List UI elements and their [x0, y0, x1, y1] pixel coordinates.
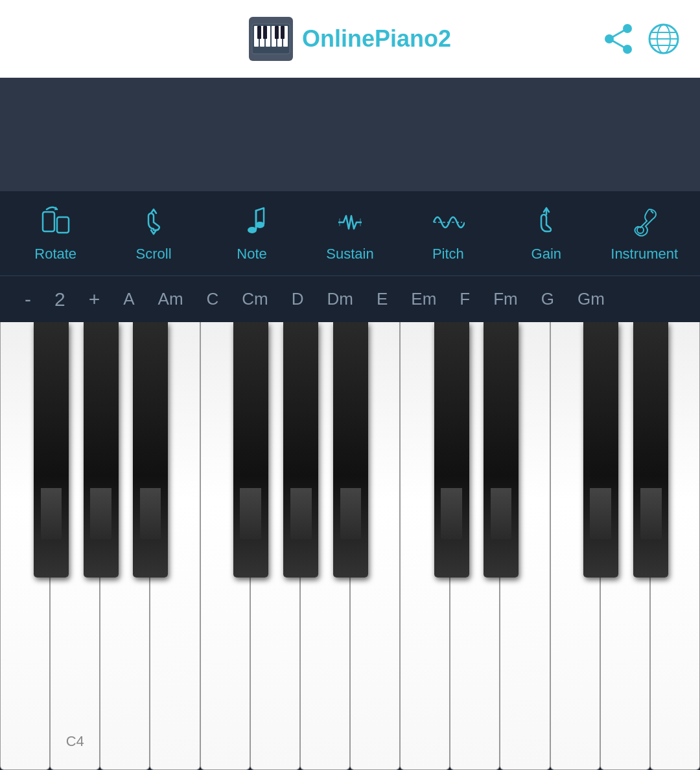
chord-E[interactable]: E [365, 284, 399, 314]
gain-label: Gain [531, 246, 561, 262]
instrument-label: Instrument [611, 246, 678, 262]
chord-Dm[interactable]: Dm [316, 284, 365, 314]
svg-point-23 [248, 227, 257, 233]
black-keys [0, 322, 700, 578]
svg-line-15 [609, 39, 627, 49]
instrument-icon [626, 204, 662, 240]
instrument-tool[interactable]: Instrument [605, 204, 683, 262]
app-logo [249, 17, 293, 61]
svg-rect-22 [57, 217, 69, 233]
note-label: Note [237, 246, 266, 262]
svg-rect-9 [275, 26, 279, 39]
black-key-Gs4[interactable] [283, 322, 318, 578]
svg-point-24 [255, 222, 264, 228]
header-center: OnlinePiano2 [249, 17, 451, 61]
black-key-Fs4[interactable] [233, 322, 268, 578]
gain-tool[interactable]: Gain [508, 204, 585, 262]
header-right [601, 22, 681, 56]
chord-C[interactable]: C [195, 284, 231, 314]
rotate-tool[interactable]: Rotate [17, 204, 95, 262]
rotate-icon [38, 204, 74, 240]
svg-line-14 [609, 29, 627, 39]
black-key-As4[interactable] [333, 322, 368, 578]
chord-G[interactable]: G [530, 284, 566, 314]
pitch-icon [430, 204, 466, 240]
pitch-tool[interactable]: Pitch [409, 204, 487, 262]
chord-bar: - 2 + A Am C Cm D Dm E Em F Fm G Gm [0, 275, 700, 322]
chord-Am[interactable]: Am [146, 284, 195, 314]
sustain-icon [332, 204, 368, 240]
chord-F[interactable]: F [448, 284, 482, 314]
c4-label: C4 [66, 733, 84, 750]
toolbar: Rotate Scroll Note [0, 191, 700, 275]
scroll-tool[interactable]: Scroll [115, 204, 192, 262]
black-key-Ds4[interactable] [133, 322, 168, 578]
piano-area: C4 [0, 322, 700, 770]
note-icon [234, 204, 270, 240]
scroll-label: Scroll [136, 246, 172, 262]
svg-rect-10 [281, 26, 285, 39]
chord-Gm[interactable]: Gm [566, 284, 616, 314]
black-key-Gs5[interactable] [633, 322, 668, 578]
rotate-label: Rotate [34, 246, 76, 262]
sustain-tool[interactable]: Sustain [311, 204, 389, 262]
chord-Fm[interactable]: Fm [482, 284, 530, 314]
black-key-Cs5[interactable] [434, 322, 469, 578]
black-key-Ds5[interactable] [484, 322, 519, 578]
sustain-label: Sustain [326, 246, 373, 262]
header: OnlinePiano2 [0, 0, 700, 78]
octave-up-button[interactable]: + [77, 283, 112, 316]
ad-banner [0, 78, 700, 191]
octave-number: 2 [43, 283, 77, 316]
svg-rect-21 [43, 212, 54, 231]
chord-Cm[interactable]: Cm [230, 284, 279, 314]
chord-Em[interactable]: Em [399, 284, 448, 314]
chord-D[interactable]: D [280, 284, 316, 314]
share-button[interactable] [601, 22, 635, 56]
svg-line-32 [651, 211, 653, 213]
svg-rect-8 [263, 26, 267, 39]
svg-rect-7 [257, 26, 261, 39]
note-tool[interactable]: Note [213, 204, 291, 262]
black-key-Cs4[interactable] [84, 322, 119, 578]
scroll-icon [135, 204, 172, 240]
chord-A[interactable]: A [111, 284, 146, 314]
keyboard: C4 [0, 322, 700, 770]
black-key-Fs5[interactable] [583, 322, 618, 578]
octave-down-button[interactable]: - [13, 283, 43, 316]
pitch-label: Pitch [432, 246, 464, 262]
gain-icon [528, 204, 565, 240]
app-title: OnlinePiano2 [302, 25, 451, 52]
black-key-Bb3[interactable] [34, 322, 69, 578]
language-button[interactable] [647, 22, 681, 56]
